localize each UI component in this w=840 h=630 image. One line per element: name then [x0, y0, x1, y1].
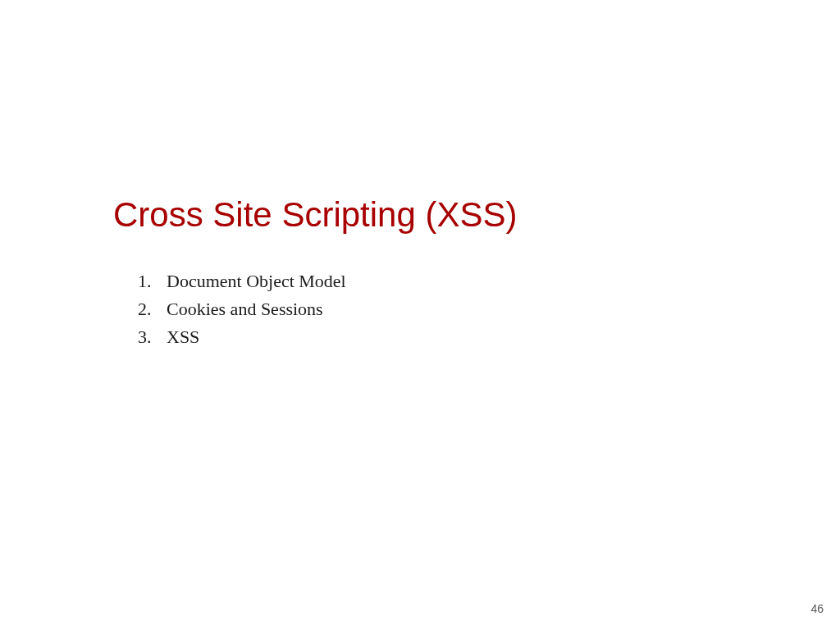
list-item: 1. Document Object Model — [138, 271, 346, 292]
slide-title: Cross Site Scripting (XSS) — [113, 195, 517, 235]
outline-list: 1. Document Object Model 2. Cookies and … — [138, 271, 346, 354]
list-text: Document Object Model — [167, 271, 346, 292]
list-number: 1. — [138, 271, 167, 292]
list-text: Cookies and Sessions — [167, 299, 323, 320]
list-item: 2. Cookies and Sessions — [138, 299, 346, 320]
list-text: XSS — [167, 326, 199, 348]
list-number: 2. — [138, 299, 167, 320]
list-number: 3. — [138, 326, 167, 348]
list-item: 3. XSS — [138, 326, 346, 348]
page-number: 46 — [810, 602, 824, 615]
